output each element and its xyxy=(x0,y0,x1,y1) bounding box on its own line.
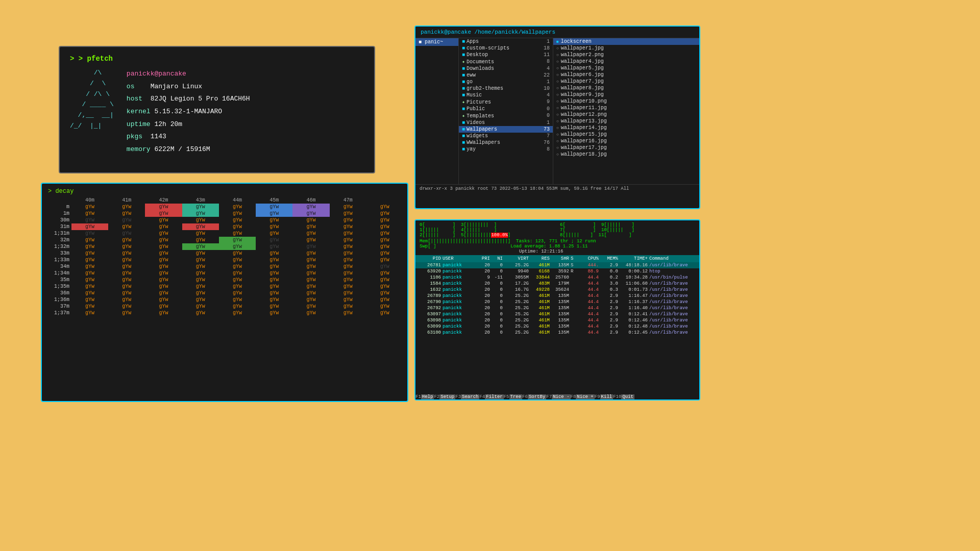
htop-process-row[interactable]: 26790 panickk 20 0 25.2G 461M 135M 44.4 … xyxy=(415,299,699,305)
decay-prompt: > decay xyxy=(42,184,407,197)
files-right-item[interactable]: ■lockscreen xyxy=(553,38,699,45)
files-mid-item[interactable]: ✦Documents8 xyxy=(459,58,553,65)
files-right-pane: ■lockscreen○wallpaper1.jpg○wallpaper2.pn… xyxy=(553,38,699,184)
htop-cpu-meters: 0[ ] 3[|||||||| ] 6[ ] 9[||||| ] 1[|||||… xyxy=(415,220,699,238)
htop-fn-nice +[interactable]: F8Nice + xyxy=(571,394,595,399)
files-right-item[interactable]: ○wallpaper8.jpg xyxy=(553,85,699,91)
files-terminal: panickk@pancake /home/panickk/Wallpapers… xyxy=(414,26,700,209)
files-mid-item[interactable]: ■Public0 xyxy=(459,106,553,112)
files-mid-item[interactable]: ■WWallpapers76 xyxy=(459,139,553,146)
files-right-item[interactable]: ○wallpaper10.png xyxy=(553,98,699,105)
files-left-pane: ■ panic~ xyxy=(415,38,459,184)
htop-process-row[interactable]: 63100 panickk 20 0 25.2G 461M 135M 44.4 … xyxy=(415,330,699,336)
htop-fn-filter[interactable]: F4Filter xyxy=(479,394,503,399)
htop-fn-search[interactable]: F3Search xyxy=(455,394,479,399)
htop-footer[interactable]: F1HelpF2SetupF3SearchF4FilterF5TreeF6Sor… xyxy=(415,394,699,399)
htop-mem-bars: Mem[||||||||||||||||||||||||||||] Tasks:… xyxy=(415,238,699,255)
files-right-item[interactable]: ○wallpaper5.jpg xyxy=(553,65,699,71)
pfetch-pkgs: pkgs 1143 xyxy=(127,131,250,143)
files-right-item[interactable]: ○wallpaper4.jpg xyxy=(553,58,699,65)
htop-process-row[interactable]: 63099 panickk 20 0 25.2G 461M 135M 44.4 … xyxy=(415,323,699,330)
htop-terminal: 0[ ] 3[|||||||| ] 6[ ] 9[||||| ] 1[|||||… xyxy=(414,219,700,400)
files-right-item[interactable]: ○wallpaper16.jpg xyxy=(553,138,699,144)
files-mid-item[interactable]: ■go1 xyxy=(459,79,553,85)
files-mid-item[interactable]: ■custom-scripts18 xyxy=(459,45,553,52)
pfetch-prompt: > > pfetch xyxy=(70,55,364,63)
files-right-item[interactable]: ○wallpaper11.jpg xyxy=(553,105,699,111)
htop-process-row[interactable]: 1584 panickk 20 0 17.2G 483M 179M 44.4 3… xyxy=(415,281,699,287)
files-mid-item[interactable]: ■Apps1 xyxy=(459,38,553,45)
htop-process-row[interactable]: 63098 panickk 20 0 25.2G 461M 135M 44.4 … xyxy=(415,317,699,323)
htop-fn-sortby[interactable]: F6SortBy xyxy=(522,394,546,399)
files-right-item[interactable]: ○wallpaper6.jpg xyxy=(553,71,699,78)
files-mid-item[interactable]: ■Wallpapers73 xyxy=(459,126,553,133)
htop-process-row[interactable]: 63920 panickk 20 0 9940 6168 3592 R 88.9… xyxy=(415,268,699,274)
files-mid-pane: ■Apps1■custom-scripts18■Desktop11✦Docume… xyxy=(459,38,553,184)
pfetch-host: host 82JQ Legion 5 Pro 16ACH6H xyxy=(127,93,250,106)
decay-terminal: > decay 40m 41m 42m 43m 44m 45m 46m 47m … xyxy=(41,183,408,402)
files-mid-item[interactable]: ■Videos1 xyxy=(459,119,553,126)
files-left-item: ■ panic~ xyxy=(415,38,458,46)
htop-body: 0[ ] 3[|||||||| ] 6[ ] 9[||||| ] 1[|||||… xyxy=(415,220,699,399)
files-footer: drwxr-xr-x 3 panickk root 73 2022-05-13 … xyxy=(415,184,699,193)
files-right-item[interactable]: ○wallpaper13.jpg xyxy=(553,118,699,124)
files-mid-item[interactable]: ■Downloads4 xyxy=(459,65,553,72)
htop-fn-quit[interactable]: F10Quit xyxy=(613,394,634,399)
files-right-item[interactable]: ○wallpaper17.jpg xyxy=(553,144,699,151)
htop-process-header: PID USER PRI NI VIRT RES SHR S CPU% MEM%… xyxy=(415,255,699,262)
files-mid-item[interactable]: ■widgets7 xyxy=(459,133,553,139)
pfetch-username: panickk@pancake xyxy=(127,68,250,81)
pfetch-uptime: uptime 12h 20m xyxy=(127,118,250,131)
files-body: ■ panic~ ■Apps1■custom-scripts18■Desktop… xyxy=(415,38,699,184)
htop-process-row[interactable]: 26781 panickk 20 0 25.2G 461M 135M S 444… xyxy=(415,262,699,268)
htop-process-list: 26781 panickk 20 0 25.2G 461M 135M S 444… xyxy=(415,262,699,336)
files-right-item[interactable]: ○wallpaper2.png xyxy=(553,52,699,58)
files-mid-item[interactable]: ✦Templates0 xyxy=(459,112,553,119)
pfetch-kernel: kernel 5.15.32-1-MANJARO xyxy=(127,106,250,118)
htop-process-row[interactable]: 26792 panickk 20 0 25.2G 461M 135M 44.4 … xyxy=(415,305,699,311)
files-mid-item[interactable]: ✦Pictures9 xyxy=(459,98,553,106)
pfetch-memory: memory 6222M / 15916M xyxy=(127,143,250,156)
pfetch-terminal: > > pfetch /\ / \ / /\ \ / ____ \ /,__ _… xyxy=(59,46,375,173)
files-mid-item[interactable]: ■eww22 xyxy=(459,72,553,79)
files-right-item[interactable]: ○wallpaper7.jpg xyxy=(553,78,699,85)
htop-process-row[interactable]: 26789 panickk 20 0 25.2G 461M 135M 44.4 … xyxy=(415,293,699,299)
htop-fn-help[interactable]: F1Help xyxy=(415,394,434,399)
htop-fn-kill[interactable]: F9Kill xyxy=(595,394,613,399)
files-mid-item[interactable]: ■Desktop11 xyxy=(459,52,553,58)
htop-process-row[interactable]: 1632 panickk 20 0 16.7G 49228 35624 44.4… xyxy=(415,287,699,293)
files-header: panickk@pancake /home/panickk/Wallpapers xyxy=(415,27,699,38)
pfetch-ascii-art: /\ / \ / /\ \ / ____ \ /,__ __| /_/ |_| xyxy=(70,68,114,156)
htop-fn-tree[interactable]: F5Tree xyxy=(504,394,522,399)
files-right-item[interactable]: ○wallpaper1.jpg xyxy=(553,45,699,52)
files-right-item[interactable]: ○wallpaper15.jpg xyxy=(553,131,699,138)
htop-process-row[interactable]: 63097 panickk 20 0 25.2G 461M 135M 44.4 … xyxy=(415,311,699,317)
files-right-item[interactable]: ○wallpaper12.png xyxy=(553,111,699,118)
pfetch-info-block: panickk@pancake os Manjaro Linux host 82… xyxy=(127,68,250,156)
files-mid-item[interactable]: ■yay8 xyxy=(459,146,553,153)
decay-table: 40m 41m 42m 43m 44m 45m 46m 47m mgYwgYwg… xyxy=(46,197,403,316)
files-right-item[interactable]: ○wallpaper9.jpg xyxy=(553,91,699,98)
files-right-item[interactable]: ○wallpaper18.jpg xyxy=(553,151,699,158)
htop-fn-nice -[interactable]: F7Nice - xyxy=(546,394,570,399)
htop-fn-setup[interactable]: F2Setup xyxy=(434,394,455,399)
files-mid-item[interactable]: ■grub2-themes10 xyxy=(459,85,553,92)
pfetch-os: os Manjaro Linux xyxy=(127,81,250,93)
files-right-item[interactable]: ○wallpaper14.jpg xyxy=(553,124,699,131)
htop-process-row[interactable]: 1106 panickk 9 -11 3055M 33844 25760 44.… xyxy=(415,274,699,281)
files-mid-item[interactable]: ■Music4 xyxy=(459,92,553,98)
